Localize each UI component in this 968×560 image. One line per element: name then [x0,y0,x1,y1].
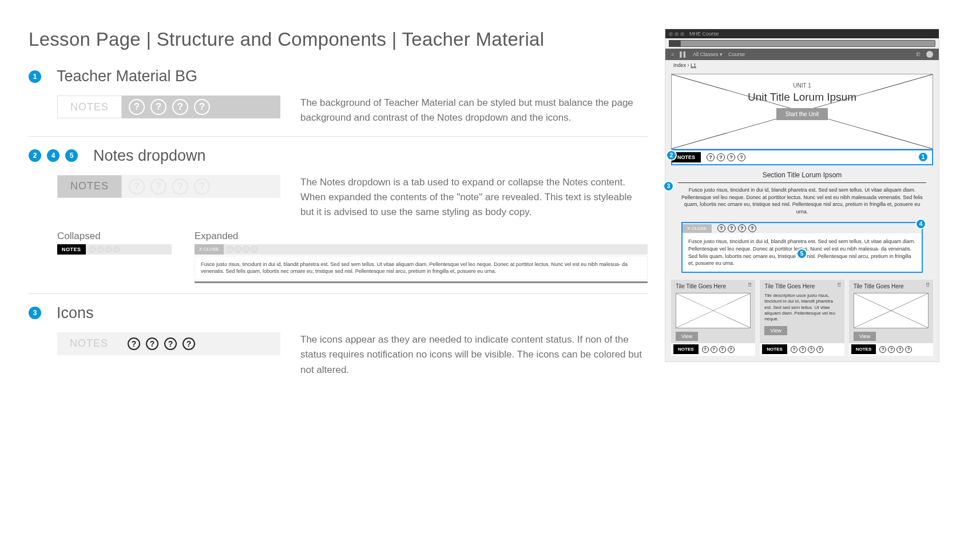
question-icon: ? [129,99,145,115]
view-button[interactable]: View [676,332,698,341]
drag-icon[interactable]: ⠿ [748,282,752,288]
question-icon[interactable]: ? [717,224,725,232]
pin-4: 4 [915,219,926,229]
drag-icon[interactable]: ⠿ [837,282,841,288]
question-icon[interactable]: ? [799,346,806,353]
svg-line-3 [676,293,750,328]
traffic-light-icon [669,32,673,36]
app-toolbar: ≡ ▌▌ All Classes ▾ Course ✆ [665,49,939,60]
notes-tab[interactable]: NOTES [762,344,787,354]
badge-1: 1 [29,70,41,83]
question-icon: ? [227,246,233,252]
crumb-l1[interactable]: L1 [691,62,696,68]
drag-icon[interactable]: ⠿ [926,282,930,288]
question-icon: ? [150,99,166,115]
section-title: Icons [57,304,94,322]
question-icon[interactable]: ? [707,153,715,161]
expanded-mock-bar: X CLOSE ???? [195,244,648,255]
badge-3: 3 [29,307,41,319]
notes-tab[interactable]: NOTES2 [672,152,701,162]
close-tab[interactable]: X CLOSE [683,224,712,233]
question-icon: ? [194,99,210,115]
classes-dropdown[interactable]: All Classes ▾ [693,51,723,57]
unit-hero: UNIT 1 Unit Title Lorum Ipsum Start the … [671,74,933,149]
question-icon: ? [251,246,257,252]
question-icon: ? [194,178,210,194]
pin-3: 3 [663,181,674,192]
question-icon[interactable]: ? [711,346,717,353]
notes-tab[interactable]: NOTES [673,344,699,354]
question-icon[interactable]: ? [719,346,726,353]
question-icon[interactable]: ? [738,224,746,232]
view-button[interactable]: View [854,332,876,341]
question-icon: ? [129,178,145,194]
question-icon[interactable]: ? [879,346,886,353]
tile: ⠿ Tile Title Goes Here View NOTES???? [849,280,933,356]
course-link[interactable]: Course [728,51,745,57]
question-icon[interactable]: ? [888,346,895,353]
question-icon: ? [113,246,120,252]
avatar[interactable] [926,51,933,58]
question-icon: ? [105,246,112,252]
question-icon[interactable]: ? [816,346,823,353]
start-unit-button[interactable]: Start the Unit [776,108,828,120]
question-icon[interactable]: ? [727,153,735,161]
section-title: Teacher Material BG [57,67,197,85]
tile-title: Tile Title Goes Here [676,283,751,289]
question-icon: ? [150,178,166,194]
question-icon[interactable]: ? [896,346,903,353]
svg-line-5 [854,293,928,328]
pin-1: 1 [918,152,929,162]
note-underline [195,281,648,283]
phone-icon[interactable]: ✆ [916,51,921,57]
view-button[interactable]: View [764,326,787,335]
notes-tab[interactable]: NOTES [851,344,876,354]
question-icon: ? [164,337,177,350]
tile: ⠿ Tile Title Goes Here Tile description … [760,280,844,356]
question-icon[interactable]: ? [808,346,815,353]
question-icon: ? [172,178,188,194]
tile-title: Tile Title Goes Here [854,283,929,289]
badge-4: 4 [47,149,59,162]
tile: ⠿ Tile Title Goes Here View NOTES???? [671,280,755,356]
expanded-label: Expanded [195,231,648,242]
notes-tab: NOTES [57,96,122,118]
menu-icon[interactable]: ≡ [671,51,674,57]
question-icon[interactable]: ? [737,153,745,161]
question-icon[interactable]: ? [728,346,735,353]
breadcrumb: Index › L1 [665,60,939,70]
section-desc: The background of Teacher Material can b… [300,96,648,126]
question-icon: ? [97,246,104,252]
highlight-bar: NOTES2 ? ? ? ? 1 [671,149,933,165]
note-expanded-box: 4 X CLOSE ? ? ? ? 5 Fusce justo risus, t… [681,222,923,272]
traffic-light-icon [680,32,684,36]
section-desc: The Notes dropdown is a tab used to expa… [300,175,648,220]
question-icon: ? [183,337,195,350]
collapsed-label: Collapsed [57,231,172,242]
section-desc: The icons appear as they are needed to i… [300,332,648,378]
notes-bar-mock: NOTES ? ? ? ? [57,175,280,198]
section-heading: Section Title Lorum Ipsom [678,171,926,179]
badge-5: 5 [65,149,78,162]
question-icon[interactable]: ? [905,346,912,353]
section-notes-dropdown: 2 4 5 Notes dropdown NOTES ? ? ? ? The N… [29,147,648,294]
expanded-body: Fusce justo risus, tincidunt in dui id, … [195,256,648,280]
tile-title: Tile Title Goes Here [764,283,839,289]
course-wireframe-mock: MHE Course ≡ ▌▌ All Classes ▾ Course ✆ I… [665,29,939,362]
section-title: Notes dropdown [93,147,206,165]
question-icon: ? [128,337,140,350]
question-icon[interactable]: ? [748,224,756,232]
question-icon[interactable]: ? [728,224,736,232]
teacher-bar-mock: NOTES ? ? ? ? [57,96,280,118]
question-icon[interactable]: ? [791,346,798,353]
crumb-index[interactable]: Index [673,62,686,68]
unit-title: Unit Title Lorum Ipsum [672,91,933,104]
question-icon[interactable]: ? [702,346,709,353]
question-icon: ? [243,246,249,252]
tile-row: ⠿ Tile Title Goes Here View NOTES???? ⠿ … [671,280,933,356]
question-icon[interactable]: ? [717,153,725,161]
notes-tab: NOTES [57,332,121,355]
section-teacher-bg: 1 Teacher Material BG NOTES ? ? ? ? The … [29,67,648,137]
logo-icon: ▌▌ [680,51,687,57]
close-tab-mini: X CLOSE [195,244,224,255]
